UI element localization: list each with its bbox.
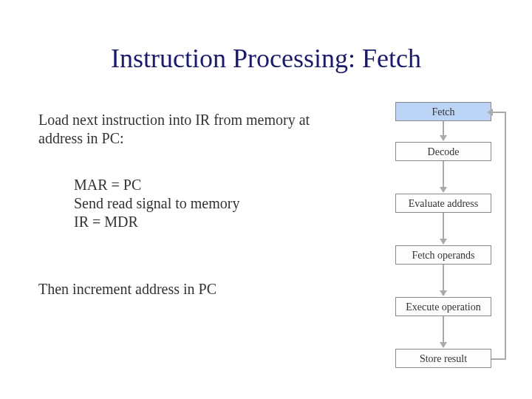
arrow-icon bbox=[443, 265, 444, 296]
flow-box-decode: Decode bbox=[395, 142, 491, 161]
arrow-icon bbox=[443, 316, 444, 347]
return-arrow-icon bbox=[487, 109, 493, 116]
flow-box-fetch: Fetch bbox=[395, 102, 491, 121]
arrow-icon bbox=[443, 161, 444, 192]
steps-block: MAR = PC Send read signal to memory IR =… bbox=[74, 176, 355, 231]
flow-box-store: Store result bbox=[395, 349, 491, 368]
return-line-icon bbox=[491, 112, 506, 113]
return-line-icon bbox=[505, 112, 506, 360]
arrow-icon bbox=[443, 213, 444, 244]
description-text: Load next instruction into IR from memor… bbox=[38, 111, 349, 148]
flow-box-evaluate: Evaluate address bbox=[395, 194, 491, 213]
step-line-1: MAR = PC bbox=[74, 176, 355, 194]
slide-title: Instruction Processing: Fetch bbox=[0, 43, 532, 74]
step-line-2: Send read signal to memory bbox=[74, 194, 355, 213]
arrow-icon bbox=[443, 121, 444, 140]
return-line-icon bbox=[491, 358, 506, 360]
flow-box-operands: Fetch operands bbox=[395, 245, 491, 265]
step-line-3: IR = MDR bbox=[74, 213, 355, 231]
flow-box-execute: Execute operation bbox=[395, 297, 491, 316]
then-text: Then increment address in PC bbox=[38, 281, 349, 298]
